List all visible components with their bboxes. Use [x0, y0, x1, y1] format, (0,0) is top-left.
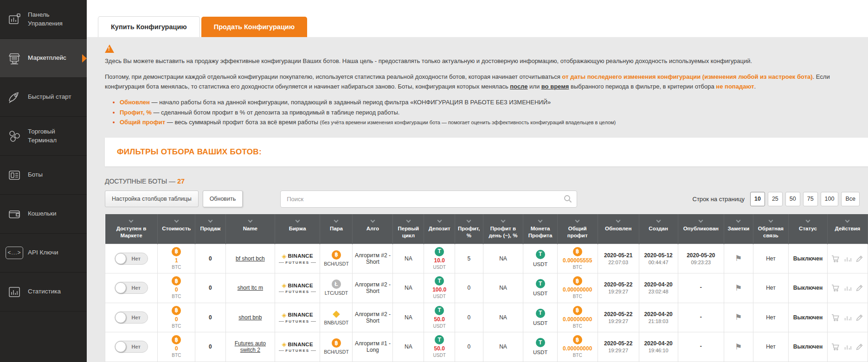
page-size-10[interactable]: 10 — [750, 192, 765, 206]
market-toggle[interactable]: Нет — [115, 311, 148, 324]
page-size-25[interactable]: 25 — [768, 192, 783, 206]
search-input[interactable] — [280, 191, 577, 208]
sidebar-item-statistics[interactable]: Статистика — [0, 273, 87, 311]
page-size-100[interactable]: 100 — [821, 192, 839, 206]
updated-cell: 2020-05-2219:29:27 — [598, 303, 639, 332]
usdt-icon: T — [536, 309, 545, 318]
usdt-icon: T — [435, 335, 444, 344]
page-content: ! Здесь Вы можете выставить на продажу э… — [87, 37, 868, 362]
col-total-profit[interactable]: Общий профит — [557, 214, 598, 244]
edit-icon[interactable] — [855, 313, 864, 322]
usdt-icon: T — [435, 247, 444, 256]
refresh-button[interactable]: Обновить — [203, 191, 243, 207]
sidebar-item-dashboard[interactable]: Панель Управления — [0, 0, 87, 39]
col-profit-pct[interactable]: Профит, % — [455, 214, 483, 244]
chart-icon[interactable] — [843, 313, 852, 322]
algo-cell: Алгоритм #2 - Short — [353, 244, 393, 273]
page-size-50[interactable]: 50 — [785, 192, 800, 206]
page-size-all[interactable]: Все — [841, 192, 860, 206]
market-toggle[interactable]: Нет — [115, 253, 148, 265]
btc-icon: ฿ — [172, 306, 181, 315]
profit-day-cell: NA — [483, 273, 523, 303]
sidebar-item-bots[interactable]: Боты — [0, 156, 87, 195]
col-exchange[interactable]: Биржа — [275, 214, 320, 244]
col-notes[interactable]: Заметки — [724, 214, 753, 244]
sidebar-item-terminal[interactable]: Торговый Терминал — [0, 117, 87, 156]
legend-item-profit: Профит, % — сделанный ботом профит в % о… — [120, 108, 854, 117]
col-algo[interactable]: Алго — [353, 214, 393, 244]
col-cost[interactable]: Стоимость — [158, 214, 195, 244]
col-feedback[interactable]: Обратная связь — [753, 214, 788, 244]
col-first-cycle[interactable]: Первый цикл — [393, 214, 424, 244]
notes-flag-icon[interactable]: ⚑ — [735, 343, 742, 351]
sort-caret-icon — [208, 218, 213, 222]
created-cell: 2020-04-2019:46:10 — [639, 332, 678, 362]
tab-buy-configuration[interactable]: Купить Конфигурацию — [98, 16, 200, 37]
notes-flag-icon[interactable]: ⚑ — [735, 254, 742, 263]
sidebar-item-label: Быстрый старт — [28, 93, 71, 101]
cart-icon[interactable] — [831, 313, 840, 322]
total-profit-cell: ฿0.00005555BTC — [559, 247, 596, 271]
sidebar-item-api-keys[interactable]: <...> API Ключи — [0, 234, 87, 273]
usdt-icon: T — [536, 250, 545, 259]
column-settings-button[interactable]: Настройка столбцов таблицы — [105, 191, 199, 207]
profit-day-cell: NA — [483, 303, 523, 332]
cart-icon[interactable] — [831, 343, 840, 351]
bch-coin-icon: ฿ — [332, 338, 341, 348]
sidebar-item-marketplace[interactable]: Маркетплейс — [0, 39, 87, 78]
col-name[interactable]: Name — [225, 214, 275, 244]
col-published[interactable]: Опубликован — [678, 214, 724, 244]
cost-cell: ฿0BTC — [159, 306, 193, 330]
chart-icon[interactable] — [843, 343, 852, 351]
bot-name-link[interactable]: Futures auto switch 2 — [235, 340, 266, 353]
col-sales[interactable]: Продаж — [195, 214, 226, 244]
notes-flag-icon[interactable]: ⚑ — [735, 313, 742, 322]
cart-icon[interactable] — [831, 284, 840, 292]
col-profit-day[interactable]: Профит в день (~), % — [483, 214, 523, 244]
bot-name-link[interactable]: short bnb — [238, 314, 262, 321]
col-profit-coin[interactable]: Монета Профита — [523, 214, 557, 244]
col-status[interactable]: Статус — [789, 214, 828, 244]
filters-panel[interactable]: ФИЛЬТРЫ ОТБОРА ВАШИХ БОТОВ: — [105, 138, 868, 166]
algo-cell: Алгоритм #1 - Long — [353, 332, 393, 362]
legend-item-total-profit: Общий профит — весь суммарный профит бот… — [120, 117, 854, 127]
actions-cell — [829, 254, 866, 263]
tab-sell-configuration[interactable]: Продать Конфигурацию — [201, 17, 307, 37]
sidebar-item-wallets[interactable]: Кошельки — [0, 195, 87, 234]
chart-icon[interactable] — [843, 254, 852, 263]
sidebar-item-quickstart[interactable]: Быстрый старт — [0, 78, 87, 117]
sort-caret-icon — [806, 218, 810, 222]
profit-pct-cell: 0 — [455, 273, 483, 303]
edit-icon[interactable] — [855, 284, 864, 292]
profit-day-cell: NA — [483, 244, 523, 273]
deposit-cell: T10.0USDT — [425, 247, 453, 271]
cart-icon[interactable] — [831, 254, 840, 263]
edit-icon[interactable] — [855, 343, 864, 351]
page-size-75[interactable]: 75 — [803, 192, 818, 206]
tabs-bar: Купить Конфигурацию Продать Конфигурацию — [87, 0, 868, 37]
sidebar-item-label: Панель Управления — [28, 11, 83, 27]
table-row: Нет ฿0BTC 0 short ltc m ◈BINANCEFUTURES … — [105, 273, 868, 303]
edit-icon[interactable] — [855, 254, 864, 263]
pair-cell: ฿BCH/USDT — [321, 338, 351, 355]
bot-name-link[interactable]: short ltc m — [238, 285, 263, 291]
col-available[interactable]: Доступен в Маркете — [105, 214, 158, 244]
col-created[interactable]: Создан — [639, 214, 678, 244]
col-pair[interactable]: Пара — [320, 214, 353, 244]
market-toggle[interactable]: Нет — [115, 341, 148, 353]
notes-flag-icon[interactable]: ⚑ — [735, 284, 742, 292]
market-toggle[interactable]: Нет — [115, 282, 148, 294]
algo-cell: Алгоритм #2 - Short — [353, 273, 393, 303]
sidebar-item-label: API Ключи — [28, 248, 58, 257]
total-profit-cell: ฿0.00000000BTC — [559, 335, 596, 359]
col-actions[interactable]: Действия — [827, 214, 868, 244]
sort-caret-icon — [129, 218, 134, 222]
bot-name-link[interactable]: bf short bch — [236, 255, 265, 262]
sort-caret-icon — [371, 218, 375, 222]
profit-coin-cell: TUSDT — [525, 338, 555, 356]
btc-icon: ฿ — [172, 247, 181, 256]
status-cell: Выключен — [789, 303, 828, 332]
col-updated[interactable]: Обновлен — [598, 214, 639, 244]
chart-icon[interactable] — [843, 284, 852, 292]
col-deposit[interactable]: Депозит — [424, 214, 455, 244]
